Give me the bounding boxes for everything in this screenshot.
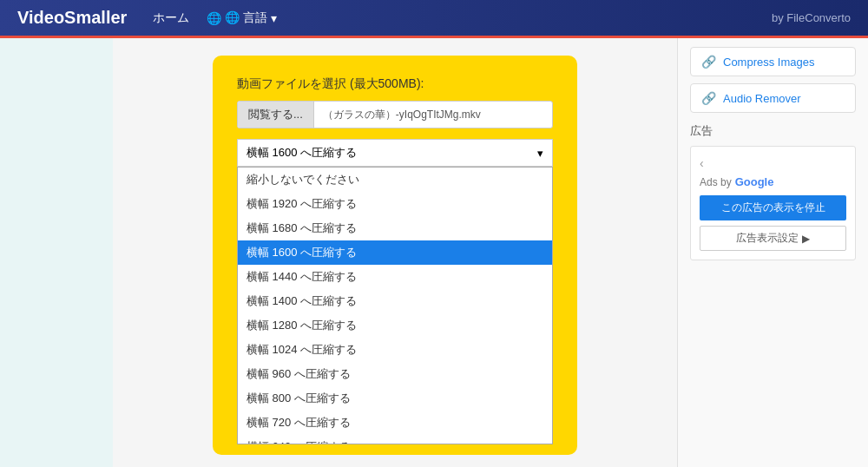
- file-select-label: 動画ファイルを選択 (最大500MB):: [237, 76, 553, 92]
- nav-home[interactable]: ホーム: [153, 10, 189, 26]
- nav-lang[interactable]: 🌐 🌐 言語 ▾: [207, 10, 277, 26]
- dropdown-selected-value: 横幅 1600 へ圧縮する: [247, 145, 357, 161]
- ads-text: Ads by: [700, 176, 732, 188]
- site-logo: VideoSmaller: [17, 8, 127, 28]
- ad-section-label: 広告: [690, 123, 856, 139]
- compress-images-button[interactable]: 🔗 Compress Images: [690, 47, 856, 76]
- dropdown-item[interactable]: 横幅 1600 へ圧縮する: [238, 240, 552, 265]
- file-name-display: （ガラスの華）-yIqOgTItJMg.mkv: [314, 102, 552, 128]
- dropdown-item[interactable]: 縮小しないでください: [238, 168, 552, 192]
- form-card: 動画ファイルを選択 (最大500MB): 閲覧する... （ガラスの華）-yIq…: [213, 56, 577, 455]
- dropdown-item[interactable]: 横幅 800 へ圧縮する: [238, 386, 552, 411]
- ad-settings-label: 広告表示設定: [736, 231, 799, 246]
- header-nav: ホーム 🌐 🌐 言語 ▾: [153, 10, 277, 26]
- dropdown-item[interactable]: 横幅 1680 へ圧縮する: [238, 216, 552, 240]
- header: VideoSmaller ホーム 🌐 🌐 言語 ▾ by FileConvert…: [0, 0, 868, 38]
- left-sidebar: [0, 38, 113, 467]
- dropdown-item[interactable]: 横幅 640 へ圧縮する: [238, 435, 552, 444]
- dropdown-item[interactable]: 横幅 1920 へ圧縮する: [238, 192, 552, 216]
- dropdown-item[interactable]: 横幅 1400 へ圧縮する: [238, 289, 552, 313]
- header-by: by FileConverto: [772, 11, 851, 24]
- main-content: 動画ファイルを選択 (最大500MB): 閲覧する... （ガラスの華）-yIq…: [113, 38, 677, 467]
- resolution-dropdown-trigger[interactable]: 横幅 1600 へ圧縮する ▾: [237, 139, 553, 167]
- google-logo: Google: [735, 175, 774, 188]
- audio-remover-icon: 🔗: [701, 91, 716, 105]
- compress-images-icon: 🔗: [701, 55, 716, 69]
- dropdown-item[interactable]: 横幅 720 へ圧縮する: [238, 411, 552, 435]
- stop-ad-button[interactable]: この広告の表示を停止: [700, 195, 846, 220]
- compress-images-label: Compress Images: [723, 56, 814, 69]
- ads-by-google-row: Ads by Google: [700, 175, 846, 188]
- chevron-left-icon: ‹: [700, 156, 704, 170]
- dropdown-item[interactable]: 横幅 1440 へ圧縮する: [238, 265, 552, 289]
- dropdown-arrow-icon: ▾: [537, 147, 543, 160]
- ad-box: ‹ Ads by Google この広告の表示を停止 広告表示設定 ▶: [690, 146, 856, 260]
- right-sidebar: 🔗 Compress Images 🔗 Audio Remover 広告 ‹ A…: [677, 38, 868, 467]
- audio-remover-label: Audio Remover: [723, 92, 801, 105]
- resolution-dropdown-wrapper: 横幅 1600 へ圧縮する ▾ 縮小しないでください横幅 1920 へ圧縮する横…: [237, 139, 553, 167]
- file-input-row: 閲覧する... （ガラスの華）-yIqOgTItJMg.mkv: [237, 101, 553, 128]
- dropdown-item[interactable]: 横幅 1024 へ圧縮する: [238, 338, 552, 362]
- globe-icon: 🌐: [207, 11, 221, 25]
- browse-button[interactable]: 閲覧する...: [238, 102, 314, 128]
- ad-settings-arrow-icon: ▶: [802, 233, 810, 245]
- page-layout: 動画ファイルを選択 (最大500MB): 閲覧する... （ガラスの華）-yIq…: [0, 38, 868, 467]
- dropdown-item[interactable]: 横幅 1280 へ圧縮する: [238, 313, 552, 338]
- ad-settings-button[interactable]: 広告表示設定 ▶: [700, 226, 846, 251]
- dropdown-item[interactable]: 横幅 960 へ圧縮する: [238, 362, 552, 386]
- resolution-dropdown-list: 縮小しないでください横幅 1920 へ圧縮する横幅 1680 へ圧縮する横幅 1…: [237, 167, 553, 444]
- audio-remover-button[interactable]: 🔗 Audio Remover: [690, 83, 856, 113]
